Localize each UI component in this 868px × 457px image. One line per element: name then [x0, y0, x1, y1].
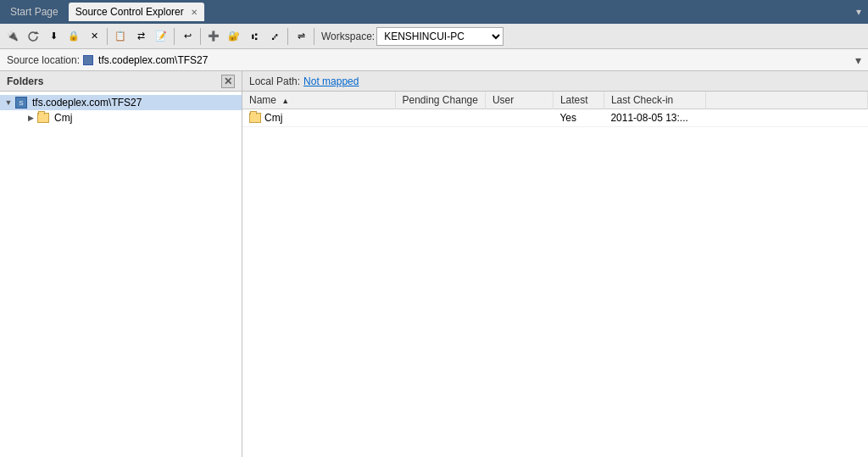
toolbar-btn-connect[interactable]: 🔌	[3, 27, 22, 46]
cell-last-checkin: 2011-08-05 13:...	[604, 109, 705, 127]
folders-panel: Folders ✕ ▼ S tfs.codeplex.com\TFS27 ▶ C…	[0, 71, 242, 457]
files-panel: Local Path: Not mapped Name ▲ Pending Ch…	[242, 71, 868, 457]
table-row[interactable]: Cmj Yes 2011-08-05 13:...	[242, 109, 868, 127]
local-path-label: Local Path:	[249, 75, 300, 87]
toolbar-btn-mapping[interactable]: ⇌	[292, 27, 310, 46]
tree-item-cmj[interactable]: ▶ Cmj	[0, 110, 242, 125]
toolbar-btn-checkout[interactable]: 🔒	[64, 27, 83, 46]
folders-header: Folders ✕	[0, 71, 242, 92]
toolbar-btn-branch[interactable]: ⑆	[245, 27, 264, 46]
title-bar-dropdown[interactable]: ▾	[856, 6, 865, 18]
cell-extra	[705, 109, 867, 127]
tfs-server-icon: S	[15, 97, 27, 109]
folders-close-button[interactable]: ✕	[221, 75, 235, 88]
toolbar-sep-3	[200, 28, 201, 45]
toolbar-sep-1	[107, 28, 108, 45]
toolbar-sep-5	[314, 28, 314, 45]
main-area: Folders ✕ ▼ S tfs.codeplex.com\TFS27 ▶ C…	[0, 71, 868, 457]
tfs-folder-icon	[37, 113, 49, 123]
toolbar-btn-get[interactable]: ⬇	[44, 27, 63, 46]
files-table: Name ▲ Pending Change User Latest	[242, 92, 868, 457]
toolbar-sep-2	[174, 28, 175, 45]
toolbar-btn-add-items[interactable]: ➕	[204, 27, 223, 46]
toolbar: 🔌 ⬇ 🔒 ✕ 📋 ⇄ 📝 ↩ ➕ 🔐 ⑆ ⑇ ⇌ Workspace: KEN…	[0, 24, 868, 49]
toolbar-btn-undo[interactable]: ↩	[178, 27, 197, 46]
title-bar: Start Page Source Control Explorer ✕ ▾	[0, 0, 868, 24]
workspace-label: Workspace:	[321, 31, 375, 42]
col-header-extra	[705, 92, 867, 109]
col-header-latest[interactable]: Latest	[553, 92, 604, 109]
tree-item-root[interactable]: ▼ S tfs.codeplex.com\TFS27	[0, 95, 242, 110]
toolbar-sep-4	[287, 28, 288, 45]
tree-label-root: tfs.codeplex.com\TFS27	[32, 97, 142, 109]
folders-title: Folders	[7, 75, 43, 87]
tab-source-control-explorer[interactable]: Source Control Explorer ✕	[69, 3, 204, 21]
cell-latest: Yes	[553, 109, 604, 127]
col-header-pending-change[interactable]: Pending Change	[395, 92, 485, 109]
source-location-value: tfs.codeplex.com\TFS27	[98, 54, 852, 66]
cell-pending-change	[395, 109, 485, 127]
row-folder-icon	[249, 113, 261, 123]
cell-user	[485, 109, 553, 127]
workspace-dropdown[interactable]: KENSHINCUI-PC	[376, 27, 504, 46]
toolbar-btn-annotate[interactable]: 📝	[152, 27, 170, 46]
tree-expander-root[interactable]: ▼	[3, 98, 14, 107]
toolbar-btn-compare[interactable]: ⇄	[131, 27, 150, 46]
col-header-name[interactable]: Name ▲	[242, 92, 395, 109]
not-mapped-link[interactable]: Not mapped	[303, 75, 359, 87]
sort-arrow-name: ▲	[281, 97, 289, 105]
tree-label-cmj: Cmj	[54, 112, 72, 124]
close-tab-icon[interactable]: ✕	[191, 8, 198, 17]
source-location-icon	[83, 55, 93, 65]
toolbar-btn-history[interactable]: 📋	[111, 27, 130, 46]
source-location-label: Source location:	[7, 54, 80, 66]
source-location-dropdown-icon[interactable]: ▾	[855, 53, 861, 67]
local-path-bar: Local Path: Not mapped	[242, 71, 868, 92]
toolbar-btn-merge[interactable]: ⑇	[265, 27, 284, 46]
start-page-tab-label: Start Page	[10, 6, 58, 18]
col-header-last-checkin[interactable]: Last Check-in	[604, 92, 705, 109]
tree-expander-cmj[interactable]: ▶	[25, 114, 36, 122]
source-location-bar: Source location: tfs.codeplex.com\TFS27 …	[0, 49, 868, 71]
folders-tree: ▼ S tfs.codeplex.com\TFS27 ▶ Cmj	[0, 92, 242, 457]
toolbar-btn-lock[interactable]: 🔐	[225, 27, 243, 46]
col-header-user[interactable]: User	[485, 92, 553, 109]
source-control-tab-label: Source Control Explorer	[75, 6, 184, 18]
cell-name: Cmj	[242, 109, 395, 127]
tab-start-page[interactable]: Start Page	[3, 3, 65, 21]
table-header-row: Name ▲ Pending Change User Latest	[242, 92, 868, 109]
toolbar-btn-refresh[interactable]	[24, 27, 42, 46]
toolbar-btn-delete[interactable]: ✕	[85, 27, 103, 46]
